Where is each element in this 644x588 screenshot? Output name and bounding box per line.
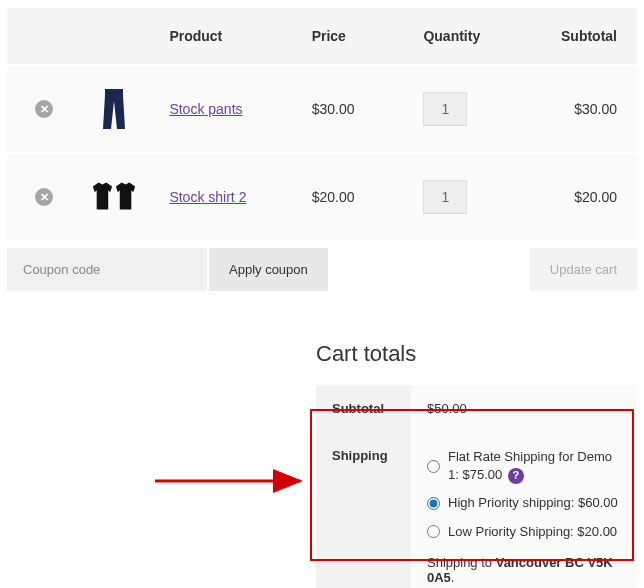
cart-totals-title: Cart totals — [316, 341, 636, 367]
quantity-stepper[interactable] — [423, 92, 467, 126]
help-icon[interactable]: ? — [508, 468, 524, 484]
product-thumbnail[interactable] — [89, 84, 139, 134]
close-icon: ✕ — [40, 103, 49, 116]
update-cart-button[interactable]: Update cart — [530, 248, 637, 291]
shipping-option[interactable]: High Priority shipping: $60.00 — [427, 494, 620, 512]
table-row: ✕Stock pants$30.00$30.00 — [7, 65, 637, 153]
cart-table: Product Price Quantity Subtotal ✕Stock p… — [7, 8, 637, 240]
header-quantity: Quantity — [413, 8, 525, 65]
shipping-option[interactable]: Flat Rate Shipping for Demo 1: $75.00 ? — [427, 448, 620, 484]
remove-item-button[interactable]: ✕ — [35, 100, 53, 118]
coupon-input[interactable] — [7, 248, 207, 291]
item-price: $20.00 — [302, 153, 414, 240]
shipping-destination: Shipping to Vancouver BC V5K 0A5. — [427, 555, 620, 585]
shipping-radio[interactable] — [427, 497, 440, 510]
subtotal-label: Subtotal — [316, 385, 411, 432]
quantity-stepper[interactable] — [423, 180, 467, 214]
product-link[interactable]: Stock pants — [169, 101, 242, 117]
shipping-option-label: High Priority shipping: $60.00 — [448, 494, 620, 512]
item-subtotal: $30.00 — [525, 65, 637, 153]
subtotal-value: $50.00 — [411, 385, 636, 432]
shipping-option[interactable]: Low Priority Shipping: $20.00 — [427, 523, 620, 541]
apply-coupon-button[interactable]: Apply coupon — [209, 248, 328, 291]
header-price: Price — [302, 8, 414, 65]
cart-totals-table: Subtotal $50.00 Shipping Flat Rate Shipp… — [316, 385, 636, 588]
header-product: Product — [159, 8, 301, 65]
shipping-radio[interactable] — [427, 460, 440, 473]
shipping-radio[interactable] — [427, 525, 440, 538]
item-subtotal: $20.00 — [525, 153, 637, 240]
product-thumbnail[interactable] — [89, 172, 139, 222]
close-icon: ✕ — [40, 191, 49, 204]
shipping-label: Shipping — [316, 432, 411, 588]
shipping-option-label: Flat Rate Shipping for Demo 1: $75.00 ? — [448, 448, 620, 484]
product-link[interactable]: Stock shirt 2 — [169, 189, 246, 205]
table-row: ✕Stock shirt 2$20.00$20.00 — [7, 153, 637, 240]
item-price: $30.00 — [302, 65, 414, 153]
remove-item-button[interactable]: ✕ — [35, 188, 53, 206]
annotation-arrow — [150, 466, 310, 496]
shipping-option-label: Low Priority Shipping: $20.00 — [448, 523, 620, 541]
header-subtotal: Subtotal — [525, 8, 637, 65]
